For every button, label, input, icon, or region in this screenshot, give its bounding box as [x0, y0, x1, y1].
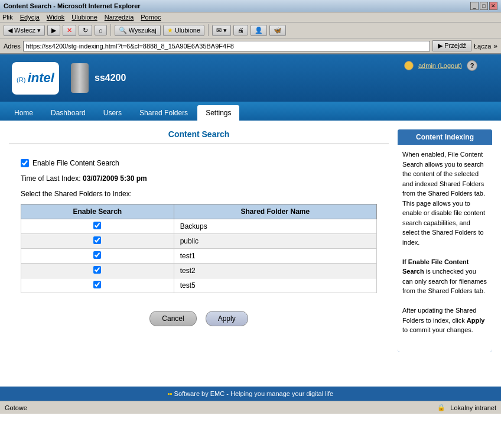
tab-dashboard[interactable]: Dashboard: [43, 105, 94, 121]
sidebar-bold-1: If Enable File Content Search: [402, 258, 469, 275]
footer-text: Software by EMC - Helping you manage you…: [174, 390, 334, 397]
people-button[interactable]: 👤: [250, 25, 267, 36]
back-icon: ◀: [8, 27, 12, 34]
refresh-icon: ↻: [83, 27, 88, 34]
side-panel: Content Indexing When enabled, File Cont…: [398, 129, 492, 378]
table-row: test1: [21, 249, 377, 264]
minimize-button[interactable]: _: [470, 2, 479, 10]
folders-table: Enable Search Shared Folder Name Backups…: [21, 204, 377, 293]
status-ready: Gotowe: [5, 404, 27, 411]
folder-enable-checkbox[interactable]: [93, 222, 101, 229]
back-button[interactable]: ◀ Wstecz ▾: [4, 25, 45, 36]
stop-icon: ✕: [67, 27, 72, 34]
user-avatar-icon: [404, 61, 414, 70]
menu-ulubione[interactable]: Ulubione: [71, 14, 97, 21]
separator: [110, 24, 111, 36]
search-icon: 🔍: [119, 27, 127, 34]
mail-button[interactable]: ✉ ▾: [212, 25, 231, 36]
last-index-value: 03/07/2009 5:30 pm: [83, 174, 147, 183]
links-label[interactable]: Łącza: [474, 43, 491, 50]
forward-button[interactable]: ▶: [47, 25, 60, 36]
site-header: (R) intel ss4200 admin (Logout) ?: [0, 54, 501, 102]
help-button[interactable]: ?: [467, 60, 477, 71]
address-label: Adres: [4, 43, 21, 50]
favorites-label: Ulubione: [175, 27, 200, 34]
stop-button[interactable]: ✕: [63, 25, 76, 36]
content-indexing-box: Content Indexing When enabled, File Cont…: [398, 129, 492, 352]
content-area: Content Search Enable File Content Searc…: [0, 121, 501, 387]
button-row: Cancel Apply: [9, 311, 389, 335]
msn-icon: 🦋: [274, 27, 282, 34]
menu-bar: Plik Edycja Widok Ulubione Narzędzia Pom…: [0, 12, 501, 22]
menu-widok[interactable]: Widok: [47, 14, 65, 21]
back-label: Wstecz: [14, 27, 35, 34]
tab-users[interactable]: Users: [95, 105, 130, 121]
print-icon: 🖨: [238, 27, 244, 34]
cancel-button[interactable]: Cancel: [149, 311, 196, 326]
sidebar-para-3: After updating the Shared Folders to ind…: [402, 306, 487, 335]
table-row: Backups: [21, 219, 377, 234]
menu-pomoc[interactable]: Pomoc: [141, 14, 161, 21]
apply-button[interactable]: Apply: [206, 311, 248, 326]
search-label: Wyszukaj: [129, 27, 157, 34]
address-input[interactable]: [23, 41, 430, 51]
intel-logo: (R) intel: [12, 62, 59, 95]
search-button[interactable]: 🔍 Wyszukaj: [115, 25, 161, 36]
enable-checkbox-row: Enable File Content Search: [21, 159, 377, 167]
main-panel: Content Search Enable File Content Searc…: [9, 129, 389, 378]
people-icon: 👤: [255, 27, 263, 34]
tab-shared-folders[interactable]: Shared Folders: [131, 105, 196, 121]
close-button[interactable]: ✕: [489, 2, 497, 10]
folder-enable-checkbox[interactable]: [93, 236, 101, 244]
header-user-area: admin (Logout) ?: [404, 60, 477, 71]
nav-bar: Home Dashboard Users Shared Folders Sett…: [0, 102, 501, 121]
tab-settings[interactable]: Settings: [197, 105, 239, 121]
status-left: Gotowe: [5, 404, 27, 411]
dropdown-icon: ▾: [37, 27, 41, 34]
go-button[interactable]: ▶ Przejdź: [432, 40, 471, 51]
separator2: [208, 24, 209, 36]
form-area: Enable File Content Search Time of Last …: [9, 153, 389, 299]
select-folders-label: Select the Shared Folders to Index:: [21, 190, 377, 198]
favorites-button[interactable]: ★ Ulubione: [163, 25, 204, 36]
maximize-button[interactable]: □: [480, 2, 488, 10]
star-icon: ★: [167, 27, 173, 34]
title-bar: Content Search - Microsoft Internet Expl…: [0, 0, 501, 12]
table-row: test5: [21, 278, 377, 293]
tab-home[interactable]: Home: [6, 105, 41, 121]
mail-icon: ✉: [216, 27, 222, 34]
window-controls[interactable]: _ □ ✕: [470, 2, 497, 10]
folder-name-cell: test5: [174, 278, 376, 293]
folder-name-cell: public: [174, 234, 376, 249]
device-name: ss4200: [95, 73, 126, 83]
mail-dropdown-icon: ▾: [223, 27, 227, 34]
last-index-label: Time of Last Index:: [21, 174, 81, 183]
folder-enable-checkbox[interactable]: [93, 251, 101, 259]
status-bar: Gotowe 🔒 Lokalny intranet: [0, 401, 501, 414]
enable-content-search-checkbox[interactable]: [21, 159, 29, 167]
print-button[interactable]: 🖨: [233, 25, 248, 35]
sidebar-para-1: When enabled, File Content Search allows…: [402, 150, 487, 247]
menu-narzedzia[interactable]: Narzędzia: [105, 14, 134, 21]
user-logout-link[interactable]: admin (Logout): [418, 62, 462, 69]
side-box-title: Content Indexing: [398, 129, 492, 145]
last-index-row: Time of Last Index: 03/07/2009 5:30 pm: [21, 174, 377, 183]
menu-plik[interactable]: Plik: [2, 14, 13, 21]
folder-name-cell: test1: [174, 249, 376, 264]
home-icon: ⌂: [99, 27, 103, 34]
forward-icon: ▶: [51, 27, 56, 34]
folder-enable-checkbox[interactable]: [93, 266, 101, 274]
folder-enable-checkbox[interactable]: [93, 281, 101, 288]
browser-toolbar: ◀ Wstecz ▾ ▶ ✕ ↻ ⌂ 🔍 Wyszukaj ★ Ulubione…: [0, 22, 501, 38]
folder-name-cell: Backups: [174, 219, 376, 234]
refresh-button[interactable]: ↻: [79, 25, 92, 36]
home-button[interactable]: ⌂: [95, 25, 107, 35]
section-divider: [9, 144, 389, 144]
site-footer: ▪▪ Software by EMC - Helping you manage …: [0, 387, 501, 401]
address-bar: Adres ▶ Przejdź Łącza »: [0, 38, 501, 54]
menu-edycja[interactable]: Edycja: [20, 14, 40, 21]
msn-button[interactable]: 🦋: [269, 25, 286, 36]
footer-logo: ▪▪: [168, 390, 173, 397]
lock-icon: 🔒: [437, 404, 445, 411]
links-chevron-icon: »: [493, 42, 497, 50]
